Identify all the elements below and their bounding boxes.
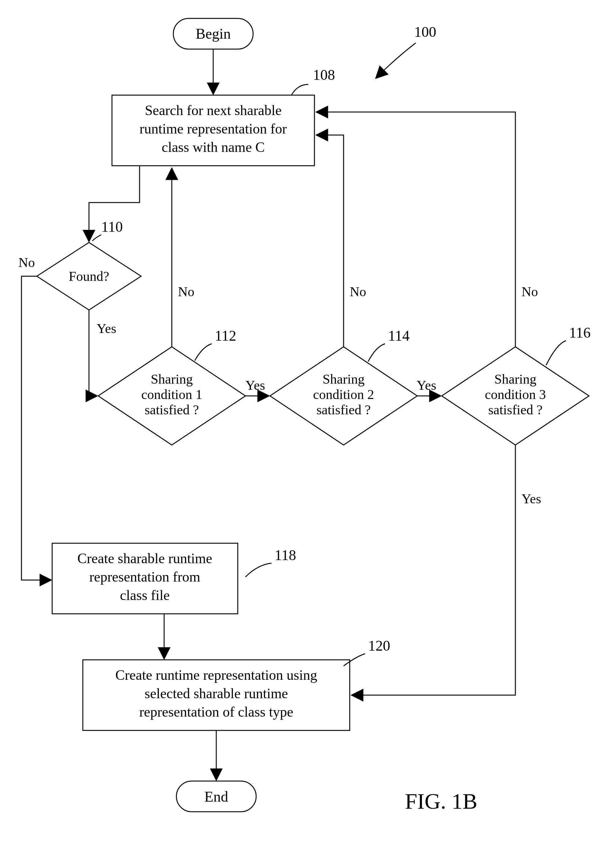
search-l1: Search for next sharable: [145, 102, 281, 118]
search-l3: class with name C: [162, 139, 265, 155]
cond2-l2: condition 2: [313, 387, 374, 402]
edge-cond3-no: [318, 112, 515, 347]
cond2-no-label: No: [350, 284, 366, 299]
ref-116-leader: [546, 341, 566, 365]
cond1-l2: condition 1: [141, 387, 202, 402]
create-sharable-l2: representation from: [89, 569, 200, 585]
ref-118: 118: [275, 547, 296, 563]
ref-112-leader: [195, 344, 212, 361]
ref-114: 114: [388, 328, 410, 344]
edge-cond3-yes: [354, 445, 515, 695]
ref-116: 116: [569, 324, 591, 341]
cond3-no-label: No: [522, 284, 538, 299]
ref-100: 100: [414, 24, 436, 40]
cond3-l2: condition 3: [485, 387, 546, 402]
edge-found-no: [22, 276, 49, 580]
edge-cond2-no: [318, 135, 344, 347]
cond1-yes-label: Yes: [245, 378, 265, 393]
create-sharable-l1: Create sharable runtime: [77, 551, 212, 566]
ref-112: 112: [215, 328, 236, 344]
ref-110-leader: [92, 235, 101, 241]
ref-114-leader: [368, 344, 385, 362]
ref-110: 110: [101, 219, 123, 235]
cond3-l3: satisfied ?: [488, 402, 542, 417]
edge-found-yes: [89, 310, 95, 396]
cond3-l1: Sharing: [495, 372, 537, 387]
search-l2: runtime representation for: [140, 121, 287, 137]
cond2-yes-label: Yes: [416, 378, 436, 393]
cond2-l3: satisfied ?: [316, 402, 371, 417]
flowchart: Begin 100 Search for next sharable runti…: [0, 0, 616, 863]
create-runtime-l2: selected sharable runtime: [145, 686, 288, 701]
ref-118-leader: [245, 563, 272, 577]
create-runtime-l1: Create runtime representation using: [115, 667, 317, 683]
found-no-label: No: [19, 255, 35, 270]
create-sharable-l3: class file: [120, 587, 170, 603]
found-yes-label: Yes: [97, 321, 116, 336]
cond3-yes-label: Yes: [522, 491, 541, 506]
cond2-l1: Sharing: [323, 372, 365, 387]
cond1-l3: satisfied ?: [145, 402, 199, 417]
begin-label: Begin: [196, 25, 231, 42]
ref-120: 120: [368, 638, 390, 654]
figure-label: FIG. 1B: [405, 789, 477, 814]
end-label: End: [204, 788, 228, 805]
ref-108: 108: [313, 66, 335, 83]
ref-108-leader: [291, 84, 308, 95]
found-label: Found?: [69, 269, 109, 284]
cond1-no-label: No: [178, 284, 195, 299]
ref-100-arrow: [377, 43, 416, 77]
create-runtime-l3: representation of class type: [139, 704, 293, 720]
cond1-l1: Sharing: [151, 372, 193, 387]
